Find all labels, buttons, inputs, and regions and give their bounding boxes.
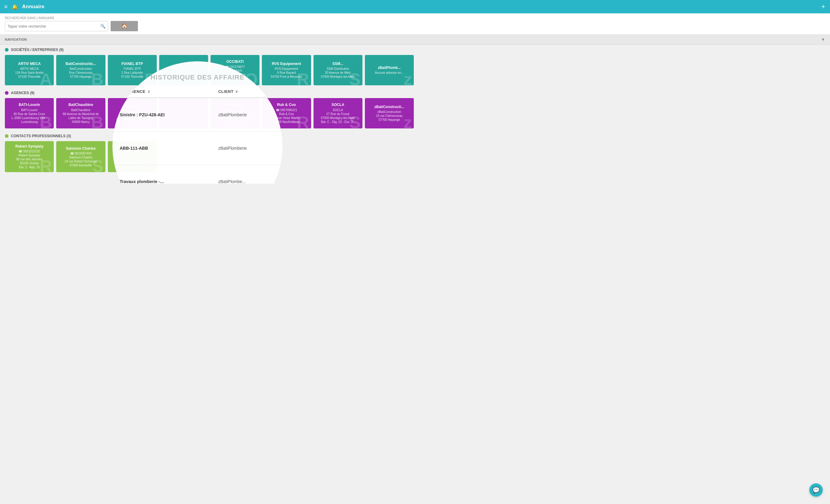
table-row[interactable]: Sinistre : PZU-428-AEI zBatiPlomberie (113, 98, 283, 131)
reference-cell: Travaux plomberie -… (113, 165, 211, 184)
navigation-label: NAVIGATION (5, 38, 27, 41)
societes-title: SOCIÉTÉS / ENTREPRISES (9) (11, 48, 63, 52)
client-cell: zBatiPlomberie (211, 131, 283, 165)
home-button[interactable]: 🏠 (110, 21, 138, 31)
search-icon: 🔍 (100, 24, 105, 29)
search-input-wrap: 🔍 (5, 21, 108, 31)
hamburger-icon[interactable]: ≡ (4, 4, 8, 10)
client-cell: zBatiPlombe... (211, 165, 283, 184)
societes-section: SOCIÉTÉS / ENTREPRISES (9) A ARTIV MECA … (5, 48, 825, 85)
historique-table: RÉFÉRENCE ∨ CLIENT ∨ (113, 86, 283, 184)
list-item[interactable]: A ARTIV MECA ARTIV MECA134 Rue Saint-And… (5, 55, 54, 85)
contacts-dot (5, 134, 8, 138)
main-content: SOCIÉTÉS / ENTREPRISES (9) A ARTIV MECA … (0, 45, 830, 184)
top-navigation: ≡ 🔔 Annuaire + (0, 0, 830, 13)
navigation-chevron-icon[interactable]: ▼ (821, 37, 825, 42)
navigation-bar: NAVIGATION ▼ (0, 35, 830, 45)
reference-cell: Sinistre : PZU-428-AEI (113, 98, 211, 131)
client-sort-icon[interactable]: ∨ (235, 89, 238, 94)
reference-sort-icon[interactable]: ∨ (147, 89, 151, 94)
list-item[interactable]: B BatiChaudière BatiChaudière88 Avenue d… (56, 98, 105, 128)
reference-cell: ABB-111-ABB (113, 131, 211, 165)
bell-icon[interactable]: 🔔 (12, 4, 18, 10)
list-item[interactable]: R Robert Sympaty ☎ 0601023232Robert Symp… (5, 141, 54, 172)
contacts-title: CONTACTS PROFESSIONNELS (3) (11, 134, 71, 138)
list-item[interactable]: R RVS Equipement RVS Equipement9 Rue Bay… (262, 55, 311, 85)
agences-title: AGENCES (9) (11, 91, 34, 95)
search-area: RECHERCHER DANS L'ANNUAIRE 🔍 🏠 (0, 13, 830, 35)
societes-card-grid: A ARTIV MECA ARTIV MECA134 Rue Saint-And… (5, 55, 825, 85)
list-item[interactable]: S SSM... SSM Distribution20 Avenue de Me… (314, 55, 362, 85)
table-row[interactable]: Travaux plomberie -… zBatiPlombe... (113, 165, 283, 184)
list-item[interactable]: z zBatiConstructi... zBatiConstruction15… (365, 98, 414, 128)
search-input[interactable] (8, 24, 100, 29)
app-title: Annuaire (22, 4, 826, 10)
table-row[interactable]: ABB-111-ABB zBatiPlomberie (113, 131, 283, 165)
list-item[interactable]: B BATI-Louvin BATI-Louvin90 Rue de Saint… (5, 98, 54, 128)
list-item[interactable]: B BatiConstructio... BatiConstructionRue… (56, 55, 105, 85)
list-item[interactable]: S Salomon Charles ☎ 0623587459Salomon Ch… (56, 141, 105, 172)
list-item[interactable]: z zBatiPlomb... Aucune adresse en... (365, 55, 414, 85)
agences-dot (5, 91, 8, 95)
list-item[interactable]: S SOCLA SOCLA27 Rue du Fossé57950 Montig… (314, 98, 362, 128)
societes-dot (5, 48, 8, 52)
add-button[interactable]: + (821, 3, 825, 11)
search-label: RECHERCHER DANS L'ANNUAIRE (5, 16, 825, 20)
